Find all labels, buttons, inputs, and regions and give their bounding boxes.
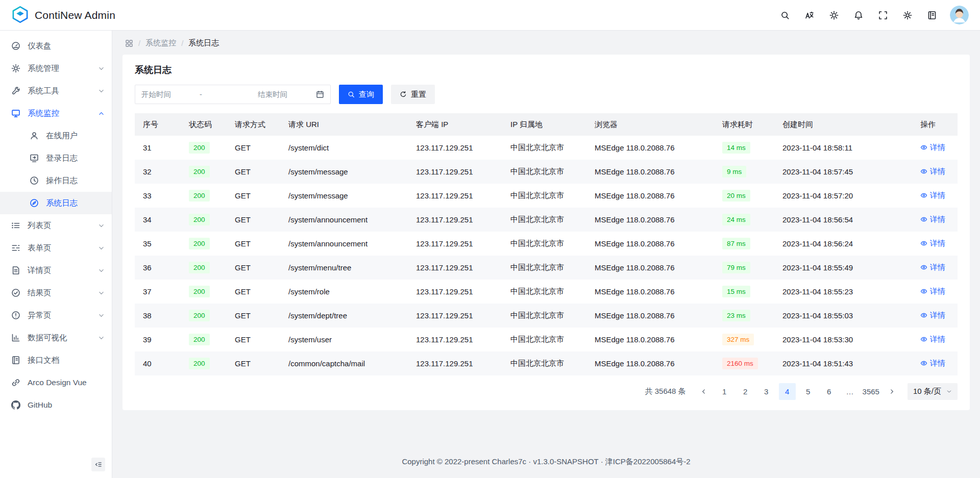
pagination-total: 共 35648 条 [645, 387, 686, 396]
sidebar-item-arco-design-vue[interactable]: Arco Design Vue [0, 371, 112, 394]
collapse-sidebar-button[interactable] [91, 458, 105, 471]
table-row: 37200GET/system/role123.117.129.251中国北京北… [135, 280, 958, 304]
form-icon [11, 243, 20, 253]
cell-method: GET [227, 160, 280, 184]
user-avatar[interactable] [950, 6, 969, 24]
sidebar-item-label: Arco Design Vue [28, 378, 87, 387]
pagination-page-6[interactable]: 6 [821, 383, 838, 400]
duration-badge: 2160 ms [722, 358, 758, 370]
chevron-down-icon [98, 312, 105, 319]
system-log-card: 系统日志 开始时间 - 结束时间 查询 重置 序号状态 [122, 55, 970, 410]
pagination-page-1[interactable]: 1 [716, 383, 733, 400]
list-icon [11, 221, 20, 230]
pagination-prev-button[interactable] [695, 383, 712, 400]
breadcrumb-item-system-monitor[interactable]: 系统监控 [145, 38, 176, 48]
cell-uri: /system/dict [280, 136, 408, 160]
detail-link-label: 详情 [930, 215, 945, 224]
fullscreen-button[interactable] [873, 6, 893, 25]
detail-link[interactable]: 详情 [920, 335, 945, 344]
status-badge: 200 [189, 214, 210, 226]
detail-link[interactable]: 详情 [920, 167, 945, 177]
date-range-picker[interactable]: 开始时间 - 结束时间 [135, 85, 331, 104]
sidebar-item-exception-page[interactable]: 异常页 [0, 304, 112, 326]
search-icon [348, 91, 355, 98]
detail-link[interactable]: 详情 [920, 359, 945, 368]
query-button[interactable]: 查询 [339, 85, 383, 104]
column-header: 请求方式 [227, 113, 280, 136]
pagination-page-2[interactable]: 2 [737, 383, 754, 400]
detail-link[interactable]: 详情 [920, 287, 945, 296]
cell-status: 200 [181, 232, 227, 256]
cell-uri: /system/menu/tree [280, 256, 408, 280]
cell-method: GET [227, 208, 280, 232]
pagination-page-5[interactable]: 5 [800, 383, 817, 400]
detail-link-label: 详情 [930, 335, 945, 344]
app-logo-icon [11, 6, 29, 25]
apps-grid-icon[interactable] [125, 39, 133, 47]
cell-duration: 15 ms [714, 280, 774, 304]
sidebar-item-label: 系统日志 [46, 198, 78, 209]
sidebar-item-data-visualization[interactable]: 数据可视化 [0, 326, 112, 349]
sidebar-item-github[interactable]: GitHub [0, 394, 112, 416]
cell-ip-region: 中国北京北京市 [502, 351, 586, 375]
sidebar-item-detail-page[interactable]: 详情页 [0, 259, 112, 282]
sidebar-item-login-logs[interactable]: 登录日志 [0, 147, 112, 169]
cell-method: GET [227, 184, 280, 208]
sidebar-item-form-page[interactable]: 表单页 [0, 237, 112, 259]
sidebar-item-label: 操作日志 [46, 175, 78, 186]
status-badge: 200 [189, 142, 210, 154]
sidebar-item-api-docs[interactable]: 接口文档 [0, 349, 112, 371]
sidebar-item-label: 列表页 [28, 220, 52, 231]
page-size-select[interactable]: 10 条/页 [908, 383, 958, 400]
sidebar-item-online-users[interactable]: 在线用户 [0, 124, 112, 147]
sidebar-item-system-tools[interactable]: 系统工具 [0, 80, 112, 102]
column-header: 请求 URI [280, 113, 408, 136]
sidebar-item-dashboard[interactable]: 仪表盘 [0, 35, 112, 57]
page-size-label: 10 条/页 [913, 387, 941, 396]
sidebar-item-list-page[interactable]: 列表页 [0, 214, 112, 237]
pagination-page-3565[interactable]: 3565 [863, 383, 879, 400]
settings-button[interactable] [898, 6, 917, 25]
pagination-page-3[interactable]: 3 [758, 383, 775, 400]
chevron-right-icon [889, 388, 895, 395]
cell-uri: /system/message [280, 160, 408, 184]
cell-created-at: 2023-11-04 18:55:49 [774, 256, 912, 280]
cell-browser: MSEdge 118.0.2088.76 [586, 280, 714, 304]
cell-duration: 2160 ms [714, 351, 774, 375]
pagination-next-button[interactable] [884, 383, 900, 400]
sidebar-item-result-page[interactable]: 结果页 [0, 282, 112, 304]
sidebar-item-operation-logs[interactable]: 操作日志 [0, 169, 112, 192]
theme-toggle-button[interactable] [824, 6, 844, 25]
sidebar: 仪表盘系统管理系统工具系统监控在线用户登录日志操作日志系统日志列表页表单页详情页… [0, 31, 112, 478]
sidebar-item-system-management[interactable]: 系统管理 [0, 57, 112, 80]
exception-icon [11, 311, 20, 320]
app-logo[interactable]: ContiNew Admin [11, 6, 115, 25]
cell-created-at: 2023-11-04 18:58:11 [774, 136, 912, 160]
sidebar-item-system-logs[interactable]: 系统日志 [0, 192, 112, 214]
detail-link[interactable]: 详情 [920, 191, 945, 200]
cell-browser: MSEdge 118.0.2088.76 [586, 351, 714, 375]
detail-link-label: 详情 [930, 287, 945, 296]
sidebar-item-system-monitor[interactable]: 系统监控 [0, 102, 112, 124]
cell-duration: 14 ms [714, 136, 774, 160]
detail-link[interactable]: 详情 [920, 311, 945, 320]
docs-button[interactable] [922, 6, 942, 25]
detail-link[interactable]: 详情 [920, 263, 945, 272]
cell-client-ip: 123.117.129.251 [408, 328, 502, 351]
table-row: 33200GET/system/message123.117.129.251中国… [135, 184, 958, 208]
translate-button[interactable] [800, 6, 819, 25]
breadcrumb-separator: / [181, 39, 183, 47]
pagination-page-4[interactable]: 4 [779, 383, 796, 400]
notifications-button[interactable] [849, 6, 868, 25]
table-row: 39200GET/system/user123.117.129.251中国北京北… [135, 328, 958, 351]
eye-icon [920, 240, 927, 247]
status-badge: 200 [189, 334, 210, 346]
cell-status: 200 [181, 184, 227, 208]
table-row: 38200GET/system/dept/tree123.117.129.251… [135, 304, 958, 328]
reset-button[interactable]: 重置 [391, 85, 435, 104]
detail-link[interactable]: 详情 [920, 239, 945, 248]
detail-link[interactable]: 详情 [920, 215, 945, 224]
search-button[interactable] [775, 6, 795, 25]
cell-index: 37 [135, 280, 181, 304]
detail-link[interactable]: 详情 [920, 143, 945, 153]
